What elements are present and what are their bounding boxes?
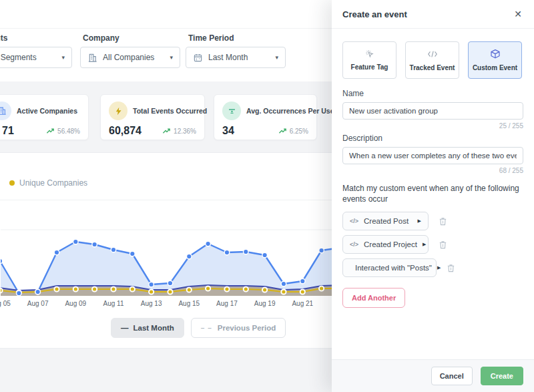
stat-change: 12.36%: [162, 127, 196, 136]
caret-right-icon: ▶: [423, 242, 426, 247]
dashed-line-icon: – –: [201, 325, 212, 332]
code-icon: [427, 49, 438, 59]
trash-icon[interactable]: [438, 240, 448, 250]
average-icon: [222, 102, 241, 120]
company-dropdown[interactable]: All Companies ▾: [80, 47, 180, 68]
cursor-click-icon: [365, 49, 374, 59]
segments-dropdown-value: All Segments: [0, 53, 56, 62]
time-period-dropdown-value: Last Month: [208, 53, 270, 62]
time-period-filter-label: Time Period: [188, 33, 286, 43]
x-axis-tick: Aug 05: [0, 300, 13, 307]
cube-icon: [490, 49, 501, 59]
stat-change: 56.48%: [46, 127, 80, 136]
description-char-counter: 68 / 255: [342, 167, 523, 174]
event-row: </> Created Project ▶: [342, 235, 523, 254]
x-axis-tick: Aug 19: [252, 300, 278, 307]
event-chip-created-project[interactable]: </> Created Project ▶: [342, 235, 429, 254]
description-field-label: Description: [342, 134, 523, 143]
bolt-icon: [109, 102, 127, 120]
stat-card-total-events: Total Events Occurred 60,874 12.36%: [100, 94, 205, 140]
trash-icon[interactable]: [446, 263, 456, 273]
x-axis-tick: Aug 17: [214, 300, 240, 307]
building-icon: [0, 102, 11, 120]
type-card-custom-event[interactable]: Custom Event: [468, 41, 522, 79]
close-icon[interactable]: ✕: [514, 9, 522, 19]
code-icon: </>: [350, 218, 358, 224]
description-input[interactable]: [342, 147, 523, 164]
code-icon: </>: [350, 241, 358, 248]
panel-footer: Cancel Create: [332, 359, 534, 392]
create-button[interactable]: Create: [481, 367, 523, 385]
create-event-panel: Create an event ✕ Feature Tag Tracked Ev…: [332, 0, 534, 392]
time-period-dropdown[interactable]: Last Month ▾: [186, 47, 286, 68]
previous-period-toggle[interactable]: – – Previous Period: [191, 318, 286, 338]
type-card-tracked-event[interactable]: Tracked Event: [405, 41, 459, 79]
stat-change: 6.25%: [278, 127, 308, 136]
panel-title: Create an event: [342, 9, 407, 19]
caret-right-icon: ▶: [418, 218, 421, 224]
chart-legend: Unique Companies: [9, 178, 87, 188]
stat-card-avg-occurrences: Avg. Occurrences Per User 34 6.25%: [214, 94, 317, 140]
x-axis-tick: Aug 15: [176, 300, 202, 307]
segments-filter-label: Segments: [0, 33, 72, 43]
name-field-label: Name: [342, 89, 523, 98]
legend-label: Unique Companies: [19, 178, 87, 188]
stat-value: 71: [2, 125, 14, 137]
chart-period-toggles: — Last Month – – Previous Period: [111, 318, 286, 338]
event-chip-interacted-posts[interactable]: Interacted with "Posts" ▶: [342, 258, 437, 277]
x-axis-tick: Aug 11: [100, 300, 127, 307]
event-row: Interacted with "Posts" ▶: [342, 258, 523, 277]
name-input[interactable]: [342, 102, 523, 120]
filter-segments: Segments All Segments ▾: [0, 33, 72, 68]
calendar-icon: [193, 53, 203, 63]
event-type-selector: Feature Tag Tracked Event Custom Event: [342, 41, 523, 79]
chevron-down-icon: ▾: [61, 54, 65, 61]
filter-time-period: Time Period Last Month ▾: [186, 33, 286, 68]
x-axis-tick: Aug 13: [138, 300, 165, 307]
panel-header: Create an event ✕: [332, 0, 534, 29]
solid-line-icon: —: [121, 324, 128, 332]
chevron-down-icon: ▾: [170, 54, 173, 61]
last-month-toggle[interactable]: — Last Month: [111, 318, 184, 338]
trend-up-icon: [46, 127, 55, 136]
segments-dropdown[interactable]: All Segments ▾: [0, 47, 72, 68]
event-chip-created-post[interactable]: </> Created Post ▶: [342, 212, 429, 230]
stat-title: Active Companies: [17, 107, 77, 115]
cancel-button[interactable]: Cancel: [431, 367, 473, 385]
name-char-counter: 25 / 255: [342, 122, 523, 130]
type-card-feature-tag[interactable]: Feature Tag: [342, 41, 396, 79]
x-axis-tick: Aug 21: [289, 300, 316, 307]
stat-title: Total Events Occurred: [133, 107, 207, 115]
match-events-label: Match my custom event when any of the fo…: [342, 184, 523, 204]
event-row: </> Created Post ▶: [342, 212, 523, 230]
app-root: Segments All Segments ▾ Company All Comp…: [0, 0, 534, 392]
panel-body: Feature Tag Tracked Event Custom Event N…: [332, 29, 534, 359]
building-icon: [87, 53, 97, 63]
chevron-down-icon: ▾: [275, 54, 278, 61]
x-axis-tick: Aug 09: [62, 300, 89, 307]
stat-value: 60,874: [109, 125, 142, 137]
stat-value: 34: [222, 125, 234, 137]
legend-dot-unique-companies: [9, 180, 15, 186]
trend-up-icon: [278, 127, 287, 136]
company-dropdown-value: All Companies: [103, 53, 164, 62]
trend-up-icon: [162, 127, 171, 136]
trash-icon[interactable]: [438, 216, 448, 226]
company-filter-label: Company: [83, 33, 180, 43]
stat-title: Avg. Occurrences Per User: [246, 107, 337, 115]
filter-company: Company All Companies ▾: [80, 33, 180, 68]
x-axis-tick: Aug 07: [25, 300, 51, 307]
stat-card-active-companies: Active Companies 71 56.48%: [0, 94, 89, 140]
add-another-button[interactable]: Add Another: [342, 288, 405, 308]
caret-right-icon: ▶: [437, 265, 441, 270]
